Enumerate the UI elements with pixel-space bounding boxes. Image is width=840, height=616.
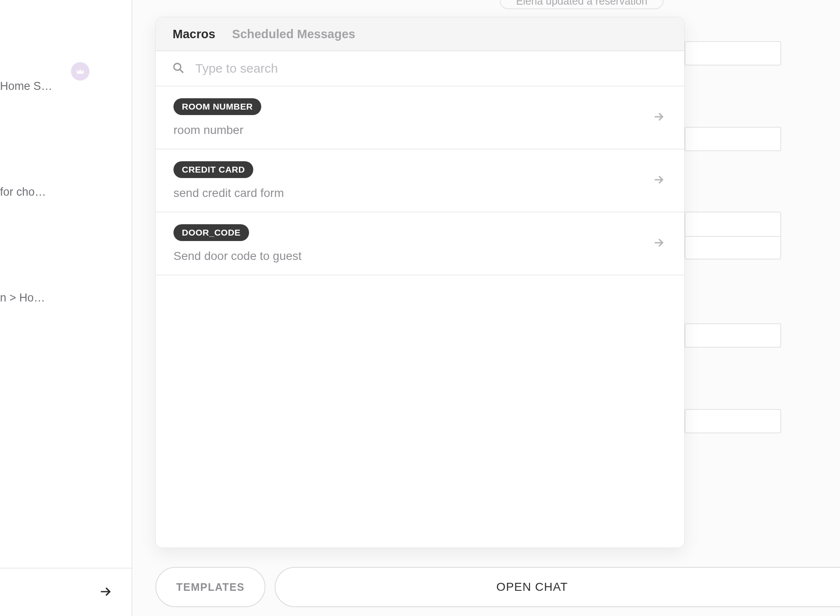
macro-content: CREDIT CARD send credit card form: [173, 161, 284, 200]
arrow-right-icon: [653, 236, 666, 251]
macro-badge: ROOM NUMBER: [173, 98, 261, 115]
macro-badge: DOOR_CODE: [173, 224, 249, 241]
sidebar-item-home[interactable]: Home S…: [0, 76, 115, 97]
search-input[interactable]: [195, 61, 667, 76]
arrow-right-icon: [99, 585, 113, 600]
macro-item-room-number[interactable]: ROOM NUMBER room number: [156, 87, 684, 149]
sidebar-bottom-row[interactable]: [0, 568, 131, 616]
macro-badge: CREDIT CARD: [173, 161, 253, 178]
open-chat-label: OPEN CHAT: [496, 580, 568, 594]
status-text: Elena updated a reservation: [516, 0, 648, 7]
macro-item-door-code[interactable]: DOOR_CODE Send door code to guest: [156, 212, 684, 275]
macro-item-credit-card[interactable]: CREDIT CARD send credit card form: [156, 149, 684, 212]
macro-desc: room number: [173, 123, 244, 137]
tab-macros[interactable]: Macros: [173, 27, 215, 41]
macro-content: ROOM NUMBER room number: [173, 98, 261, 137]
sidebar-item-forcho[interactable]: for cho…: [0, 181, 115, 203]
search-row: [156, 51, 684, 87]
svg-line-2: [180, 69, 183, 72]
open-chat-button[interactable]: OPEN CHAT: [275, 567, 840, 607]
bg-field-3[interactable]: [685, 212, 781, 260]
sidebar: Home S… for cho… n > Ho…: [0, 0, 132, 616]
bottom-bar: TEMPLATES OPEN CHAT: [155, 567, 840, 607]
arrow-right-icon: [653, 173, 666, 188]
arrow-right-icon: [653, 110, 666, 125]
macros-panel: Macros Scheduled Messages ROOM NUMBER ro…: [155, 17, 685, 548]
macro-desc: Send door code to guest: [173, 249, 302, 263]
macro-content: DOOR_CODE Send door code to guest: [173, 224, 302, 263]
panel-tabs: Macros Scheduled Messages: [156, 17, 684, 51]
status-pill: Elena updated a reservation: [500, 0, 664, 9]
bg-field-1[interactable]: [685, 41, 781, 66]
crown-badge-icon: [71, 62, 89, 81]
bg-field-4[interactable]: [685, 323, 781, 348]
macro-list: ROOM NUMBER room number CREDIT CARD send…: [156, 87, 684, 548]
tab-scheduled[interactable]: Scheduled Messages: [232, 27, 355, 41]
bg-field-5[interactable]: [685, 409, 781, 433]
sidebar-item-nho[interactable]: n > Ho…: [0, 287, 115, 309]
templates-label: TEMPLATES: [176, 581, 244, 593]
bg-field-2[interactable]: [685, 127, 781, 151]
macro-desc: send credit card form: [173, 186, 284, 200]
templates-button[interactable]: TEMPLATES: [155, 567, 265, 607]
search-icon: [172, 61, 184, 76]
